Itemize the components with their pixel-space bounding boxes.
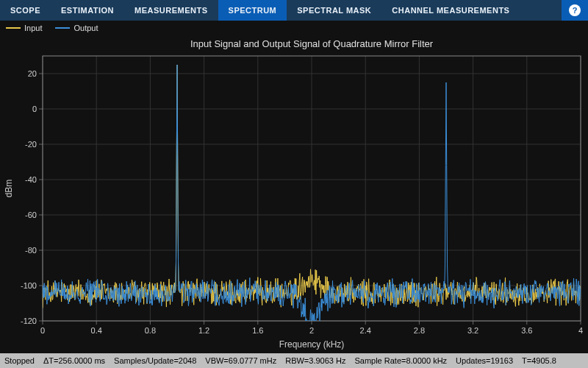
svg-text:Frequency (kHz): Frequency (kHz) <box>279 339 345 350</box>
status-samples: Samples/Update=2048 <box>114 356 196 365</box>
legend-item-output[interactable]: Output <box>55 24 98 32</box>
svg-text:Input Signal and Output Signal: Input Signal and Output Signal of Quadra… <box>190 38 434 49</box>
svg-text:2.4: 2.4 <box>360 326 371 335</box>
svg-text:4: 4 <box>578 326 583 335</box>
help-icon: ? <box>569 4 581 16</box>
svg-text:2.8: 2.8 <box>414 326 425 335</box>
svg-text:1.6: 1.6 <box>252 326 263 335</box>
tab-measurements[interactable]: MEASUREMENTS <box>124 0 218 21</box>
status-bar: Stopped ΔT=256.0000 ms Samples/Update=20… <box>0 353 588 368</box>
svg-text:0.4: 0.4 <box>91 326 102 335</box>
legend-item-input[interactable]: Input <box>6 24 42 32</box>
svg-text:20: 20 <box>28 69 37 78</box>
svg-text:3.6: 3.6 <box>521 326 532 335</box>
tab-scope[interactable]: SCOPE <box>0 0 51 21</box>
svg-text:0: 0 <box>40 326 45 335</box>
spectrum-plot[interactable]: Input Signal and Output Signal of Quadra… <box>0 35 588 353</box>
svg-text:-100: -100 <box>21 281 37 290</box>
status-state: Stopped <box>4 356 35 365</box>
svg-text:0: 0 <box>32 105 37 113</box>
legend: InputOutput <box>0 21 588 35</box>
legend-swatch <box>6 27 21 29</box>
status-updates: Updates=19163 <box>456 356 513 365</box>
svg-text:-80: -80 <box>25 246 37 255</box>
tab-spectrum[interactable]: SPECTRUM <box>218 0 287 21</box>
legend-label: Output <box>74 24 98 32</box>
tab-estimation[interactable]: ESTIMATION <box>51 0 124 21</box>
status-t: T=4905.8 <box>522 356 556 365</box>
legend-swatch <box>55 27 70 29</box>
svg-text:-60: -60 <box>25 210 37 219</box>
status-rbw: RBW=3.9063 Hz <box>285 356 345 365</box>
svg-text:3.2: 3.2 <box>467 326 478 335</box>
help-button[interactable]: ? <box>562 0 588 21</box>
svg-text:1.2: 1.2 <box>198 326 209 335</box>
svg-text:-40: -40 <box>25 175 37 184</box>
svg-text:dBm: dBm <box>4 180 14 198</box>
legend-label: Input <box>24 24 42 32</box>
tab-spectral-mask[interactable]: SPECTRAL MASK <box>287 0 381 21</box>
status-vbw: VBW=69.0777 mHz <box>205 356 276 365</box>
svg-text:-20: -20 <box>25 140 37 149</box>
status-rate: Sample Rate=8.0000 kHz <box>354 356 447 365</box>
status-deltaT: ΔT=256.0000 ms <box>43 356 105 365</box>
svg-text:0.8: 0.8 <box>145 326 156 335</box>
svg-text:-120: -120 <box>21 316 37 325</box>
tab-bar: SCOPEESTIMATIONMEASUREMENTSSPECTRUMSPECT… <box>0 0 588 21</box>
tab-channel-measurements[interactable]: CHANNEL MEASUREMENTS <box>381 0 520 21</box>
svg-text:2: 2 <box>309 326 314 335</box>
